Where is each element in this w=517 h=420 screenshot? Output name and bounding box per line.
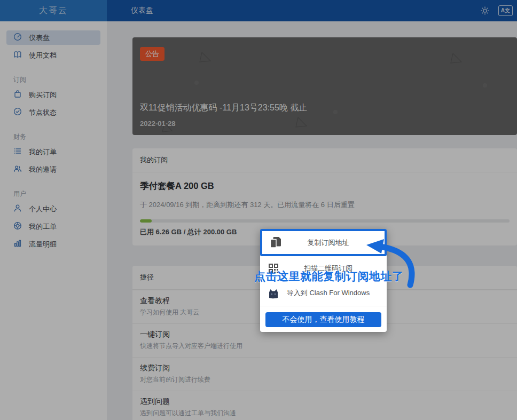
modal-item-copy-subscription-url[interactable]: 复制订阅地址 (260, 229, 387, 256)
page: 大哥云 仪表盘 A文 仪表盘 使用 (0, 0, 517, 420)
subscribe-modal: 复制订阅地址 扫描二维码订阅 导入到 Clash Fo (260, 229, 387, 332)
clash-cat-icon (267, 288, 280, 299)
modal-backdrop[interactable] (0, 0, 517, 420)
modal-item-label: 扫描二维码订阅 (280, 264, 381, 273)
qr-code-icon (267, 263, 280, 274)
modal-item-label: 导入到 Clash For Windows (280, 288, 381, 298)
modal-item-label: 复制订阅地址 (283, 238, 379, 248)
modal-item-import-clash[interactable]: 导入到 Clash For Windows (260, 281, 387, 305)
view-tutorial-button[interactable]: 不会使用，查看使用教程 (265, 312, 381, 327)
copy-icon (269, 236, 283, 250)
modal-item-scan-qr-subscribe[interactable]: 扫描二维码订阅 (260, 256, 387, 281)
